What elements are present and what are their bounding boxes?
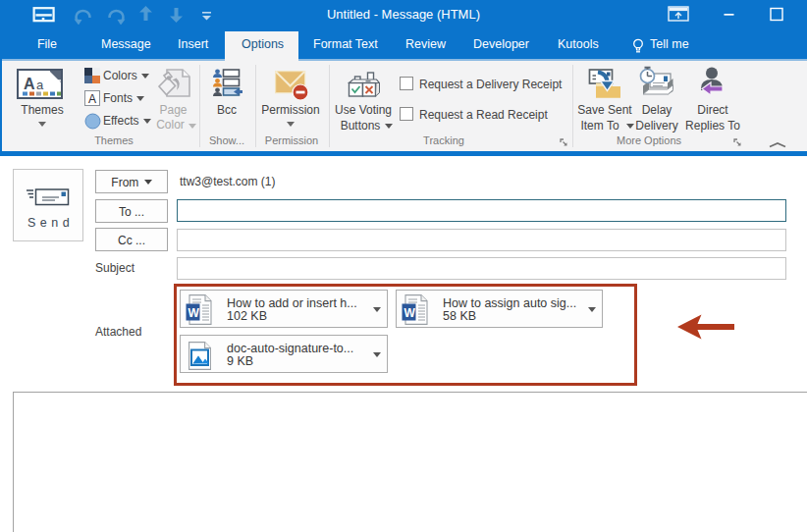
svg-text:A: A [24, 76, 35, 92]
svg-text:a: a [36, 78, 44, 92]
svg-text:W: W [188, 306, 200, 320]
svg-text:W: W [404, 306, 416, 320]
svg-text:A: A [88, 92, 96, 106]
